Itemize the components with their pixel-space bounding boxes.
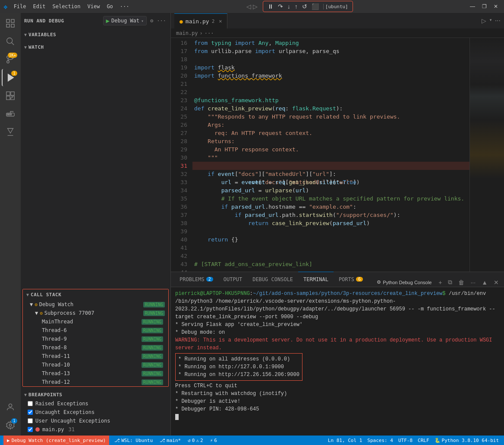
bp-user-uncaught-checkbox[interactable]	[28, 418, 33, 423]
code-line-42	[192, 252, 469, 260]
activity-docker[interactable]	[2, 105, 19, 122]
terminal-content[interactable]: pierrick@LAPTOP-HKU5PNNG:~/git/add-ons-s…	[171, 287, 504, 436]
wsl-icon: ⎇	[114, 438, 120, 443]
nav-forward[interactable]: ▷	[253, 3, 258, 10]
tab-output[interactable]: OUTPUT	[218, 272, 247, 287]
new-terminal-button[interactable]: +	[437, 278, 444, 287]
bp-uncaught-exceptions[interactable]: Uncaught Exceptions	[21, 408, 170, 417]
callstack-header[interactable]: ▼ CALL STACK	[23, 289, 168, 300]
tab-debug-console[interactable]: DEBUG CONSOLE	[247, 272, 298, 287]
bp-main-py-checkbox[interactable]	[28, 427, 33, 432]
debug-play-status-icon: ▶	[7, 438, 10, 443]
status-python[interactable]: 🐍 Python 3.8.10 64-bit	[433, 438, 501, 443]
variables-header[interactable]: ▼ VARIABLES	[21, 30, 170, 39]
run-chevron-icon[interactable]: ▾	[489, 17, 492, 25]
status-debug[interactable]: ▶ Debug Watch (create_link_preview)	[3, 436, 109, 445]
debug-stop-button[interactable]: ⬛	[310, 2, 321, 11]
status-eol[interactable]: CRLF	[416, 438, 431, 443]
debug-config[interactable]: ▶ Debug Wat ▾	[103, 16, 147, 25]
trash-terminal-button[interactable]: 🗑	[457, 278, 466, 287]
thread-9[interactable]: Thread-9 RUNNING	[23, 335, 168, 343]
status-ln-col[interactable]: Ln 81, Col 1	[326, 438, 364, 443]
bp-raised-exceptions-checkbox[interactable]	[28, 401, 33, 406]
status-bar: ▶ Debug Watch (create_link_preview) ⎇ WS…	[0, 436, 504, 445]
panel-maximize-button[interactable]: ▲	[480, 278, 489, 287]
tab-ports[interactable]: PORTS 6	[334, 272, 368, 287]
debug-restart-button[interactable]: ↺	[300, 2, 309, 11]
run-file-button[interactable]: ▷	[482, 17, 486, 25]
watch-header[interactable]: ▼ WATCH	[21, 43, 170, 52]
win-minimize[interactable]: —	[467, 3, 478, 10]
nav-back[interactable]: ◁	[246, 3, 251, 10]
editor-more-options[interactable]: ···	[495, 17, 501, 25]
menu-go[interactable]: Go	[104, 3, 115, 10]
code-line-39	[192, 227, 469, 235]
tab-main-py[interactable]: ● main.py 2 ✕	[174, 13, 227, 28]
debug-toolbar: ⏸ ↷ ↓ ↑ ↺ ⬛ [ubuntu]	[263, 1, 353, 12]
svg-rect-0	[6, 19, 9, 22]
thread-10[interactable]: Thread-10 RUNNING	[23, 360, 168, 369]
debug-step-into-button[interactable]: ↓	[286, 2, 292, 11]
code-lines[interactable]: from typing import Any, Mapping from url…	[192, 38, 469, 272]
status-git[interactable]: ⎇ main*	[158, 438, 183, 443]
activity-run-debug[interactable]: 1	[2, 69, 19, 86]
activity-explorer[interactable]	[2, 15, 19, 32]
code-editor[interactable]: 16 17 18 19 20 21 22 23 24 25 26 27 28 2…	[171, 38, 504, 272]
python-console-button[interactable]: ⚙ Python Debug Console	[374, 279, 434, 286]
panel-close-button[interactable]: ✕	[492, 278, 501, 287]
breakpoints-header[interactable]: ▼ BREAKPOINTS	[21, 390, 170, 399]
thread-12[interactable]: Thread-12 RUNNING	[23, 378, 168, 386]
activity-accounts[interactable]	[2, 398, 19, 416]
thread-6[interactable]: Thread-6 RUNNING	[23, 326, 168, 335]
thread-8[interactable]: Thread-8 RUNNING	[23, 343, 168, 352]
debug-step-out-button[interactable]: ↑	[293, 2, 299, 11]
activity-extensions[interactable]	[2, 87, 19, 104]
activity-search[interactable]	[2, 33, 19, 50]
split-terminal-button[interactable]: ⧉	[446, 278, 454, 287]
callstack-group-debug-watch[interactable]: ▼ ⚙ Debug Watch RUNNING	[23, 300, 168, 309]
svg-marker-14	[11, 96, 14, 100]
gear-settings-icon[interactable]: ⚙	[149, 17, 154, 25]
thread-mainthread[interactable]: MainThread RUNNING	[23, 317, 168, 326]
more-options-icon[interactable]: ···	[156, 17, 167, 25]
debug-pause-button[interactable]: ⏸	[266, 2, 275, 11]
breadcrumb-file[interactable]: main.py	[176, 30, 198, 36]
menu-view[interactable]: View	[85, 3, 102, 10]
tab-terminal[interactable]: TERMINAL	[298, 272, 334, 287]
tab-close-icon[interactable]: ✕	[219, 18, 222, 24]
ln-16: 16	[171, 39, 187, 47]
bp-uncaught-exceptions-checkbox[interactable]	[28, 410, 33, 415]
bp-main-py[interactable]: main.py 31	[21, 425, 170, 434]
status-spaces[interactable]: Spaces: 4	[365, 438, 395, 443]
ln-40: 40	[171, 235, 187, 244]
menu-more[interactable]: ···	[117, 3, 132, 10]
debug-watch-gear-icon: ⚙	[35, 302, 38, 307]
thread-13[interactable]: Thread-13 RUNNING	[23, 369, 168, 378]
panel-tabs: PROBLEMS 2 OUTPUT DEBUG CONSOLE TERMINAL…	[171, 272, 504, 287]
ports-label: PORTS	[339, 276, 354, 282]
debug-step-over-button[interactable]: ↷	[276, 2, 285, 11]
ln-17: 17	[171, 47, 187, 55]
ln-29: 29	[171, 145, 187, 154]
activity-settings[interactable]: 1	[2, 417, 19, 434]
menu-file[interactable]: File	[11, 3, 29, 10]
more-terminal-button[interactable]: ···	[469, 278, 477, 287]
callstack-group-subprocess[interactable]: ▼ ⚙ Subprocess 77007 RUNNING	[23, 309, 168, 317]
bp-user-uncaught[interactable]: User Uncaught Exceptions	[21, 417, 170, 425]
bp-raised-exceptions[interactable]: Raised Exceptions	[21, 399, 170, 408]
win-close[interactable]: ✕	[491, 3, 501, 10]
status-encoding[interactable]: UTF-8	[397, 438, 414, 443]
tab-problems[interactable]: PROBLEMS 2	[174, 272, 218, 287]
svg-rect-16	[7, 114, 9, 115]
status-wsl[interactable]: ⎇ WSL: Ubuntu	[113, 438, 154, 443]
activity-test[interactable]	[2, 123, 19, 141]
breadcrumb-more[interactable]: ···	[205, 30, 214, 36]
thread-11[interactable]: Thread-11 RUNNING	[23, 352, 168, 360]
status-sync[interactable]: ↺ 0 ⚠ 2	[186, 438, 205, 443]
menu-selection[interactable]: Selection	[50, 3, 83, 10]
win-maximize[interactable]: ❐	[479, 3, 489, 10]
activity-source-control[interactable]: 1K+	[2, 51, 19, 68]
menu-edit[interactable]: Edit	[31, 3, 48, 10]
terminal-running-all: * Running on all addresses (0.0.0.0)	[178, 355, 299, 363]
status-ports[interactable]: ⚡ 6	[208, 438, 219, 443]
